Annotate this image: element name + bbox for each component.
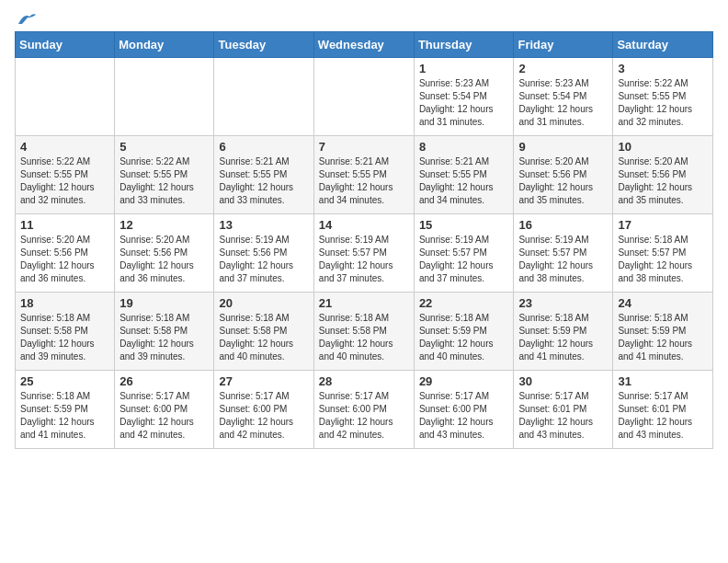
calendar-table: SundayMondayTuesdayWednesdayThursdayFrid… bbox=[15, 31, 713, 449]
calendar-cell: 10Sunrise: 5:20 AM Sunset: 5:56 PM Dayli… bbox=[613, 136, 713, 214]
calendar-cell: 13Sunrise: 5:19 AM Sunset: 5:56 PM Dayli… bbox=[214, 214, 313, 293]
calendar-cell: 28Sunrise: 5:17 AM Sunset: 6:00 PM Dayli… bbox=[313, 371, 414, 449]
day-info: Sunrise: 5:17 AM Sunset: 6:01 PM Dayligh… bbox=[618, 390, 708, 442]
day-number: 23 bbox=[518, 296, 608, 310]
calendar-cell: 17Sunrise: 5:18 AM Sunset: 5:57 PM Dayli… bbox=[613, 214, 713, 293]
weekday-header-saturday: Saturday bbox=[613, 32, 713, 58]
day-number: 18 bbox=[20, 296, 109, 310]
day-number: 21 bbox=[319, 296, 409, 310]
day-number: 4 bbox=[20, 140, 109, 154]
day-info: Sunrise: 5:17 AM Sunset: 6:00 PM Dayligh… bbox=[219, 390, 308, 442]
day-number: 5 bbox=[119, 140, 209, 154]
calendar-cell: 5Sunrise: 5:22 AM Sunset: 5:55 PM Daylig… bbox=[115, 136, 214, 214]
day-number: 19 bbox=[119, 296, 209, 310]
day-info: Sunrise: 5:20 AM Sunset: 5:56 PM Dayligh… bbox=[20, 234, 109, 285]
day-number: 22 bbox=[419, 296, 509, 310]
calendar-cell: 24Sunrise: 5:18 AM Sunset: 5:59 PM Dayli… bbox=[613, 293, 713, 371]
calendar-cell: 1Sunrise: 5:23 AM Sunset: 5:54 PM Daylig… bbox=[414, 58, 514, 136]
day-number: 14 bbox=[319, 218, 409, 232]
day-number: 29 bbox=[419, 374, 509, 388]
day-number: 12 bbox=[119, 218, 209, 232]
day-info: Sunrise: 5:19 AM Sunset: 5:56 PM Dayligh… bbox=[219, 234, 308, 285]
calendar-cell: 19Sunrise: 5:18 AM Sunset: 5:58 PM Dayli… bbox=[115, 293, 214, 371]
calendar-cell bbox=[16, 58, 115, 136]
day-number: 27 bbox=[219, 374, 308, 388]
day-info: Sunrise: 5:20 AM Sunset: 5:56 PM Dayligh… bbox=[618, 155, 708, 207]
weekday-header-thursday: Thursday bbox=[414, 32, 514, 58]
day-info: Sunrise: 5:18 AM Sunset: 5:59 PM Dayligh… bbox=[20, 390, 109, 442]
day-number: 2 bbox=[518, 62, 608, 75]
weekday-header-sunday: Sunday bbox=[16, 32, 115, 58]
day-info: Sunrise: 5:20 AM Sunset: 5:56 PM Dayligh… bbox=[119, 234, 209, 285]
day-info: Sunrise: 5:18 AM Sunset: 5:57 PM Dayligh… bbox=[618, 234, 708, 285]
day-number: 9 bbox=[518, 140, 608, 154]
calendar-cell bbox=[115, 58, 214, 136]
weekday-header-tuesday: Tuesday bbox=[214, 32, 313, 58]
day-info: Sunrise: 5:18 AM Sunset: 5:59 PM Dayligh… bbox=[618, 312, 708, 363]
day-info: Sunrise: 5:19 AM Sunset: 5:57 PM Dayligh… bbox=[419, 234, 509, 285]
day-info: Sunrise: 5:17 AM Sunset: 6:01 PM Dayligh… bbox=[518, 390, 608, 442]
calendar-week-row: 18Sunrise: 5:18 AM Sunset: 5:58 PM Dayli… bbox=[16, 293, 713, 371]
calendar-cell: 25Sunrise: 5:18 AM Sunset: 5:59 PM Dayli… bbox=[16, 371, 115, 449]
day-info: Sunrise: 5:21 AM Sunset: 5:55 PM Dayligh… bbox=[419, 155, 509, 207]
weekday-header-monday: Monday bbox=[115, 32, 214, 58]
calendar-cell: 20Sunrise: 5:18 AM Sunset: 5:58 PM Dayli… bbox=[214, 293, 313, 371]
day-info: Sunrise: 5:19 AM Sunset: 5:57 PM Dayligh… bbox=[518, 234, 608, 285]
calendar-cell: 23Sunrise: 5:18 AM Sunset: 5:59 PM Dayli… bbox=[514, 293, 613, 371]
calendar-week-row: 1Sunrise: 5:23 AM Sunset: 5:54 PM Daylig… bbox=[16, 58, 713, 136]
day-info: Sunrise: 5:23 AM Sunset: 5:54 PM Dayligh… bbox=[419, 77, 509, 129]
day-number: 13 bbox=[219, 218, 308, 232]
day-info: Sunrise: 5:22 AM Sunset: 5:55 PM Dayligh… bbox=[618, 77, 708, 129]
day-number: 8 bbox=[419, 140, 509, 154]
calendar-cell: 14Sunrise: 5:19 AM Sunset: 5:57 PM Dayli… bbox=[313, 214, 414, 293]
day-info: Sunrise: 5:22 AM Sunset: 5:55 PM Dayligh… bbox=[20, 155, 109, 207]
day-number: 11 bbox=[20, 218, 109, 232]
calendar-cell: 27Sunrise: 5:17 AM Sunset: 6:00 PM Dayli… bbox=[214, 371, 313, 449]
calendar-cell: 21Sunrise: 5:18 AM Sunset: 5:58 PM Dayli… bbox=[313, 293, 414, 371]
day-number: 1 bbox=[419, 62, 509, 75]
day-info: Sunrise: 5:20 AM Sunset: 5:56 PM Dayligh… bbox=[518, 155, 608, 207]
day-info: Sunrise: 5:18 AM Sunset: 5:59 PM Dayligh… bbox=[419, 312, 509, 363]
day-number: 30 bbox=[518, 374, 608, 388]
day-number: 24 bbox=[618, 296, 708, 310]
calendar-week-row: 4Sunrise: 5:22 AM Sunset: 5:55 PM Daylig… bbox=[16, 136, 713, 214]
calendar-cell: 15Sunrise: 5:19 AM Sunset: 5:57 PM Dayli… bbox=[414, 214, 514, 293]
calendar-cell: 6Sunrise: 5:21 AM Sunset: 5:55 PM Daylig… bbox=[214, 136, 313, 214]
weekday-header-row: SundayMondayTuesdayWednesdayThursdayFrid… bbox=[16, 32, 713, 58]
calendar-cell: 22Sunrise: 5:18 AM Sunset: 5:59 PM Dayli… bbox=[414, 293, 514, 371]
calendar-cell: 18Sunrise: 5:18 AM Sunset: 5:58 PM Dayli… bbox=[16, 293, 115, 371]
day-number: 3 bbox=[618, 62, 708, 75]
day-info: Sunrise: 5:18 AM Sunset: 5:58 PM Dayligh… bbox=[319, 312, 409, 363]
day-info: Sunrise: 5:23 AM Sunset: 5:54 PM Dayligh… bbox=[518, 77, 608, 129]
calendar-week-row: 25Sunrise: 5:18 AM Sunset: 5:59 PM Dayli… bbox=[16, 371, 713, 449]
calendar-cell: 31Sunrise: 5:17 AM Sunset: 6:01 PM Dayli… bbox=[613, 371, 713, 449]
calendar-cell: 11Sunrise: 5:20 AM Sunset: 5:56 PM Dayli… bbox=[16, 214, 115, 293]
day-number: 17 bbox=[618, 218, 708, 232]
calendar-cell: 7Sunrise: 5:21 AM Sunset: 5:55 PM Daylig… bbox=[313, 136, 414, 214]
day-number: 28 bbox=[319, 374, 409, 388]
weekday-header-wednesday: Wednesday bbox=[313, 32, 414, 58]
day-info: Sunrise: 5:18 AM Sunset: 5:58 PM Dayligh… bbox=[20, 312, 109, 363]
day-number: 20 bbox=[219, 296, 308, 310]
calendar-cell: 26Sunrise: 5:17 AM Sunset: 6:00 PM Dayli… bbox=[115, 371, 214, 449]
logo-bird-icon bbox=[17, 11, 37, 28]
day-info: Sunrise: 5:21 AM Sunset: 5:55 PM Dayligh… bbox=[219, 155, 308, 207]
day-number: 16 bbox=[518, 218, 608, 232]
day-info: Sunrise: 5:21 AM Sunset: 5:55 PM Dayligh… bbox=[319, 155, 409, 207]
day-number: 31 bbox=[618, 374, 708, 388]
day-info: Sunrise: 5:18 AM Sunset: 5:58 PM Dayligh… bbox=[119, 312, 209, 363]
day-info: Sunrise: 5:22 AM Sunset: 5:55 PM Dayligh… bbox=[119, 155, 209, 207]
day-number: 10 bbox=[618, 140, 708, 154]
day-info: Sunrise: 5:19 AM Sunset: 5:57 PM Dayligh… bbox=[319, 234, 409, 285]
logo bbox=[15, 15, 37, 24]
day-info: Sunrise: 5:17 AM Sunset: 6:00 PM Dayligh… bbox=[419, 390, 509, 442]
day-number: 15 bbox=[419, 218, 509, 232]
calendar-cell: 16Sunrise: 5:19 AM Sunset: 5:57 PM Dayli… bbox=[514, 214, 613, 293]
calendar-cell: 8Sunrise: 5:21 AM Sunset: 5:55 PM Daylig… bbox=[414, 136, 514, 214]
day-number: 7 bbox=[319, 140, 409, 154]
day-info: Sunrise: 5:18 AM Sunset: 5:59 PM Dayligh… bbox=[518, 312, 608, 363]
calendar-cell: 3Sunrise: 5:22 AM Sunset: 5:55 PM Daylig… bbox=[613, 58, 713, 136]
day-info: Sunrise: 5:17 AM Sunset: 6:00 PM Dayligh… bbox=[119, 390, 209, 442]
calendar-cell: 29Sunrise: 5:17 AM Sunset: 6:00 PM Dayli… bbox=[414, 371, 514, 449]
calendar-cell: 4Sunrise: 5:22 AM Sunset: 5:55 PM Daylig… bbox=[16, 136, 115, 214]
